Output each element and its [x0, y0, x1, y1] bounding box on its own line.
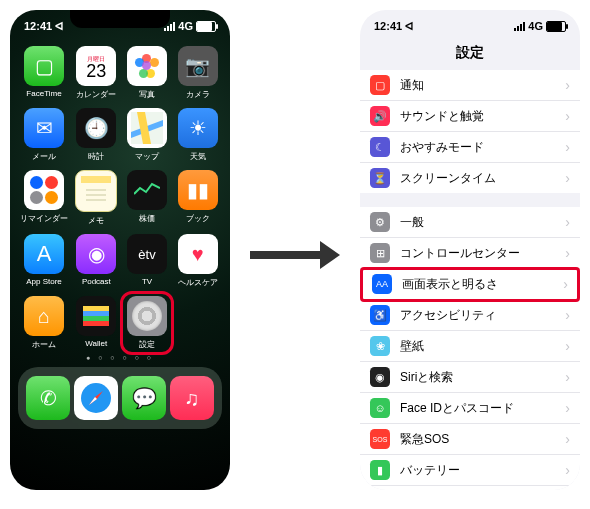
notification-icon: ▢ — [370, 75, 390, 95]
chevron-right-icon: › — [565, 245, 570, 261]
notes-icon — [75, 170, 117, 212]
camera-icon: 📷 — [178, 46, 218, 86]
chevron-right-icon: › — [565, 170, 570, 186]
app-mail[interactable]: ✉メール — [20, 108, 68, 162]
chevron-right-icon: › — [565, 369, 570, 385]
clock-icon: 🕘 — [76, 108, 116, 148]
settings-group-1: ▢通知› 🔊サウンドと触覚› ☾おやすみモード› ⏳スクリーンタイム› — [360, 70, 580, 193]
chevron-right-icon: › — [565, 400, 570, 416]
wallet-icon — [76, 296, 116, 336]
network-label: 4G — [178, 20, 193, 32]
calendar-icon: 月曜日23 — [76, 46, 116, 86]
home-screen: 12:41 ᐊ 4G ▢FaceTime 月曜日23カレンダー 写真 📷カメラ … — [10, 10, 230, 490]
home-icon: ⌂ — [24, 296, 64, 336]
app-weather[interactable]: ☀天気 — [175, 108, 220, 162]
dock-music[interactable]: ♫ — [170, 376, 214, 420]
battery-icon — [546, 21, 566, 32]
chevron-right-icon: › — [565, 214, 570, 230]
app-tv[interactable]: ètvTV — [125, 234, 170, 288]
app-settings-highlighted[interactable]: 設定 — [120, 291, 175, 355]
row-wallpaper[interactable]: ❀壁紙› — [360, 331, 580, 362]
app-stocks[interactable]: 株価 — [125, 170, 170, 226]
row-control-center[interactable]: ⊞コントロールセンター› — [360, 238, 580, 269]
app-camera[interactable]: 📷カメラ — [175, 46, 220, 100]
row-siri[interactable]: ◉Siriと検索› — [360, 362, 580, 393]
network-label: 4G — [528, 20, 543, 32]
appstore-icon: A — [24, 234, 64, 274]
row-sounds[interactable]: 🔊サウンドと触覚› — [360, 101, 580, 132]
chevron-right-icon: › — [565, 108, 570, 124]
books-icon: ▮▮ — [178, 170, 218, 210]
app-clock[interactable]: 🕘時計 — [74, 108, 119, 162]
gear-icon: ⚙ — [370, 212, 390, 232]
settings-group-2: ⚙一般› ⊞コントロールセンター› AA画面表示と明るさ› ♿アクセシビリティ›… — [360, 207, 580, 490]
accessibility-icon: ♿ — [370, 305, 390, 325]
moon-icon: ☾ — [370, 137, 390, 157]
row-sos[interactable]: SOS緊急SOS› — [360, 424, 580, 455]
chevron-right-icon: › — [565, 462, 570, 478]
photos-icon — [127, 46, 167, 86]
chevron-right-icon: › — [565, 431, 570, 447]
facetime-icon: ▢ — [24, 46, 64, 86]
empty-slot — [175, 296, 220, 350]
app-home[interactable]: ⌂ホーム — [20, 296, 68, 350]
sos-icon: SOS — [370, 429, 390, 449]
page-dots[interactable]: ● ○ ○ ○ ○ ○ — [10, 354, 230, 361]
app-wallet[interactable]: Wallet — [74, 296, 119, 350]
app-maps[interactable]: マップ — [125, 108, 170, 162]
flower-icon: ❀ — [370, 336, 390, 356]
hourglass-icon: ⏳ — [370, 168, 390, 188]
podcast-icon: ◉ — [76, 234, 116, 274]
row-faceid[interactable]: ☺Face IDとパスコード› — [360, 393, 580, 424]
siri-icon: ◉ — [370, 367, 390, 387]
svg-rect-1 — [81, 176, 111, 183]
row-screentime[interactable]: ⏳スクリーンタイム› — [360, 163, 580, 193]
row-dnd[interactable]: ☾おやすみモード› — [360, 132, 580, 163]
row-privacy[interactable]: ✋プライバシー› — [360, 486, 580, 490]
svg-rect-8 — [83, 321, 109, 326]
text-size-icon: AA — [372, 274, 392, 294]
battery-row-icon: ▮ — [370, 460, 390, 480]
app-calendar[interactable]: 月曜日23カレンダー — [74, 46, 119, 100]
chevron-right-icon: › — [563, 276, 568, 292]
maps-icon — [127, 108, 167, 148]
arrow-icon — [250, 241, 340, 269]
mail-icon: ✉ — [24, 108, 64, 148]
status-time: 12:41 — [24, 20, 52, 32]
weather-icon: ☀ — [178, 108, 218, 148]
app-podcast[interactable]: ◉Podcast — [74, 234, 119, 288]
settings-list[interactable]: ▢通知› 🔊サウンドと触覚› ☾おやすみモード› ⏳スクリーンタイム› ⚙一般›… — [360, 70, 580, 490]
app-appstore[interactable]: AApp Store — [20, 234, 68, 288]
chevron-right-icon: › — [565, 77, 570, 93]
notch — [70, 10, 170, 28]
stocks-icon — [127, 170, 167, 210]
settings-icon — [127, 296, 167, 336]
settings-screen: 12:41 ᐊ 4G 設定 ▢通知› 🔊サウンドと触覚› ☾おやすみモード› ⏳… — [360, 10, 580, 490]
app-books[interactable]: ▮▮ブック — [175, 170, 220, 226]
row-general[interactable]: ⚙一般› — [360, 207, 580, 238]
row-battery[interactable]: ▮バッテリー› — [360, 455, 580, 486]
chevron-right-icon: › — [565, 307, 570, 323]
app-notes[interactable]: メモ — [74, 170, 119, 226]
switches-icon: ⊞ — [370, 243, 390, 263]
chevron-right-icon: › — [565, 338, 570, 354]
app-reminders[interactable]: リマインダー — [20, 170, 68, 226]
notch — [420, 10, 520, 28]
dock-messages[interactable]: 💬 — [122, 376, 166, 420]
app-facetime[interactable]: ▢FaceTime — [20, 46, 68, 100]
tv-icon: ètv — [127, 234, 167, 274]
chevron-right-icon: › — [565, 139, 570, 155]
app-health[interactable]: ♥ヘルスケア — [175, 234, 220, 288]
app-photos[interactable]: 写真 — [125, 46, 170, 100]
app-grid: ▢FaceTime 月曜日23カレンダー 写真 📷カメラ ✉メール 🕘時計 マッ… — [10, 38, 230, 350]
row-notifications[interactable]: ▢通知› — [360, 70, 580, 101]
row-accessibility[interactable]: ♿アクセシビリティ› — [360, 300, 580, 331]
dock-phone[interactable]: ✆ — [26, 376, 70, 420]
status-time: 12:41 — [374, 20, 402, 32]
dock-safari[interactable] — [74, 376, 118, 420]
faceid-icon: ☺ — [370, 398, 390, 418]
page-title: 設定 — [360, 38, 580, 70]
row-display-brightness-highlighted[interactable]: AA画面表示と明るさ› — [362, 269, 578, 300]
dock: ✆ 💬 ♫ — [18, 367, 222, 429]
sound-icon: 🔊 — [370, 106, 390, 126]
